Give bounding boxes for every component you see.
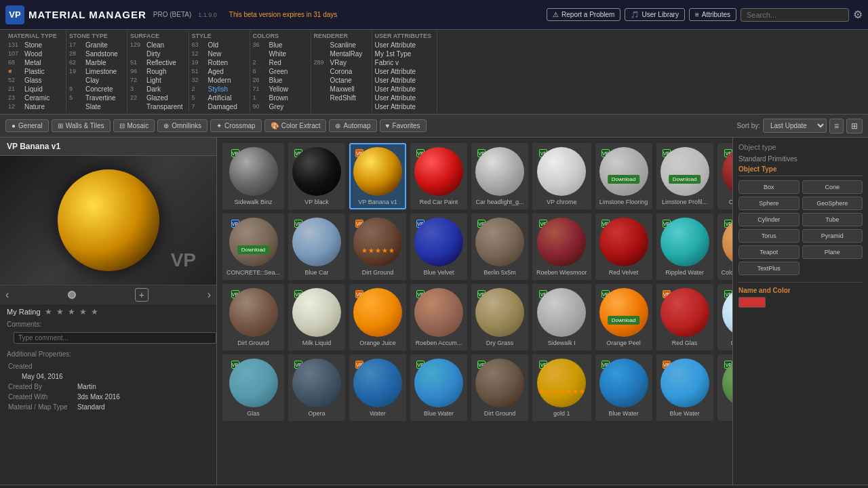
material-item[interactable]: VP Red Glas: [656, 284, 713, 350]
filter-dirty[interactable]: Dirty: [130, 49, 183, 58]
filter-transparent[interactable]: Transparent: [130, 102, 183, 111]
filter-nature[interactable]: 12Nature: [8, 102, 60, 111]
material-item[interactable]: VP Glas: [222, 354, 284, 421]
filter-mentalray[interactable]: MentalRay: [314, 49, 366, 58]
material-item[interactable]: VP Opera: [288, 354, 345, 421]
filter-ua-3[interactable]: User Attribute: [375, 76, 432, 85]
sphere-button[interactable]: Sphere: [738, 197, 800, 210]
cylinder-button[interactable]: Cylinder: [738, 213, 800, 226]
filter-ua-my1st[interactable]: My 1st Type: [375, 49, 432, 58]
material-item[interactable]: VP Download CONCRETE::Sea...: [222, 214, 284, 280]
material-item[interactable]: VP VP black: [288, 143, 345, 209]
filter-travertine[interactable]: 5Travertine: [69, 94, 121, 102]
omnilinks-button[interactable]: ⊕ Omnilinks: [157, 119, 208, 132]
material-item[interactable]: VP Rippled Water: [656, 214, 713, 280]
grid-view-button[interactable]: ⊞: [846, 119, 863, 134]
cone-button[interactable]: Cone: [802, 180, 863, 194]
filter-limestone[interactable]: 19Limestone: [69, 67, 121, 76]
filter-artificial[interactable]: 5Artificial: [192, 94, 244, 102]
material-item[interactable]: VP VP chrome: [532, 143, 591, 209]
material-item[interactable]: VP Colored Soft Glass: [717, 214, 732, 280]
material-item[interactable]: VP Blue Water: [656, 354, 713, 421]
filter-clay[interactable]: Clay: [69, 76, 121, 85]
filter-liquid[interactable]: 21Liquid: [8, 85, 60, 94]
filter-old[interactable]: 63Old: [192, 41, 244, 49]
material-item[interactable]: VP Berlin 5x5m: [471, 214, 528, 280]
preview-add-button[interactable]: +: [135, 288, 149, 302]
star-1[interactable]: ★: [45, 307, 52, 317]
attributes-button[interactable]: ≡ Attributes: [689, 8, 736, 21]
filter-light[interactable]: 72Light: [130, 76, 183, 85]
filter-sandstone[interactable]: 28Sandstone: [69, 49, 121, 58]
filter-ua-2[interactable]: User Attribute: [375, 67, 432, 76]
filter-white-color[interactable]: White: [253, 49, 305, 58]
filter-corona[interactable]: Corona: [314, 67, 366, 76]
filter-wood[interactable]: 107Wood: [8, 49, 60, 58]
filter-metal[interactable]: 68Metal: [8, 58, 60, 67]
general-button[interactable]: ● General: [5, 119, 49, 132]
favorites-button[interactable]: ♥ Favorites: [380, 119, 427, 132]
material-item[interactable]: VP ★★★★★ Dirt Ground: [349, 214, 406, 280]
filter-ua-1[interactable]: User Attribute: [375, 41, 432, 49]
material-item[interactable]: VP Red Velvet: [595, 214, 652, 280]
crossmap-button[interactable]: ✦ Crossmap: [210, 119, 262, 132]
filter-blue2-color[interactable]: 26Blue: [253, 76, 305, 85]
filter-stone[interactable]: 131Stone: [8, 41, 60, 49]
filter-brown-color[interactable]: 1Brown: [253, 94, 305, 102]
filter-granite[interactable]: 17Granite: [69, 41, 121, 49]
walls-tiles-button[interactable]: ⊞ Walls & Tiles: [52, 119, 111, 132]
filter-dark[interactable]: 3Dark: [130, 85, 183, 94]
user-library-button[interactable]: 🎵 User Library: [625, 8, 684, 21]
filter-glazed[interactable]: 22Glazed: [130, 94, 183, 102]
filter-ua-6[interactable]: User Attribute: [375, 102, 432, 111]
material-item[interactable]: VP Roeben Wiesmoor: [532, 214, 591, 280]
filter-octane[interactable]: Octane: [314, 76, 366, 85]
filter-stylish[interactable]: 2Stylish: [192, 85, 244, 94]
filter-concrete[interactable]: 9Concrete: [69, 85, 121, 94]
torus-button[interactable]: Torus: [738, 229, 800, 243]
material-item[interactable]: VP Blue Water: [595, 354, 652, 421]
material-item[interactable]: VP Dirt Ground: [222, 284, 284, 350]
preview-next-button[interactable]: ›: [208, 289, 211, 301]
filter-damaged[interactable]: 7Damaged: [192, 102, 244, 111]
material-item[interactable]: VP Download Limstone Profil...: [656, 143, 713, 209]
material-item[interactable]: VP Clear Water: [717, 284, 732, 350]
material-item[interactable]: VP Red Car Paint: [410, 143, 467, 209]
plane-button[interactable]: Plane: [802, 245, 863, 259]
report-problem-button[interactable]: ⚠ Report a Problem: [547, 8, 620, 21]
automap-button[interactable]: ⊛ Automap: [329, 119, 376, 132]
material-item[interactable]: VP Dirt Ground: [471, 354, 528, 421]
color-extract-button[interactable]: 🎨 Color Extract: [264, 119, 327, 132]
filter-aged[interactable]: 51Aged: [192, 67, 244, 76]
filter-maxwell[interactable]: Maxwell: [314, 85, 366, 94]
filter-plastic[interactable]: ■Plastic: [8, 67, 60, 76]
filter-yellow-color[interactable]: 71Yellow: [253, 85, 305, 94]
material-item[interactable]: VP ★★★★★★★ gold 1: [532, 354, 591, 421]
star-3[interactable]: ★: [68, 307, 75, 317]
sort-select[interactable]: Last Update Name Date Created Rating: [763, 119, 827, 133]
material-item[interactable]: VP Blue Velvet: [410, 214, 467, 280]
comments-input[interactable]: [14, 332, 216, 344]
box-button[interactable]: Box: [738, 180, 800, 194]
filter-marble[interactable]: 62Marble: [69, 58, 121, 67]
star-4[interactable]: ★: [79, 307, 87, 317]
material-item[interactable]: VP Milk Liquid: [288, 284, 345, 350]
material-item[interactable]: VP Download Orange Peel: [595, 284, 652, 350]
material-item[interactable]: VP Green Ball: [717, 354, 732, 421]
tube-button[interactable]: Tube: [802, 213, 863, 226]
filter-vray[interactable]: 289VRay: [314, 58, 366, 67]
star-5[interactable]: ★: [91, 307, 98, 317]
filter-blue-color[interactable]: 36Blue: [253, 41, 305, 49]
filter-red-color[interactable]: 2Red: [253, 58, 305, 67]
settings-button[interactable]: ⚙: [853, 8, 863, 21]
textplus-button[interactable]: TextPlus: [738, 262, 800, 275]
material-item[interactable]: VP Sidewalk Binz: [222, 143, 284, 209]
material-item[interactable]: VP VP Banana v1: [349, 143, 406, 209]
material-item[interactable]: VP Download Limstone Flooring: [595, 143, 652, 209]
star-2[interactable]: ★: [56, 307, 64, 317]
filter-ua-5[interactable]: User Attribute: [375, 94, 432, 102]
search-input[interactable]: [741, 8, 849, 22]
material-item[interactable]: VP Car headlight_g...: [471, 143, 528, 209]
teapot-button[interactable]: Teapot: [738, 245, 800, 259]
material-item[interactable]: VP Water: [349, 354, 406, 421]
